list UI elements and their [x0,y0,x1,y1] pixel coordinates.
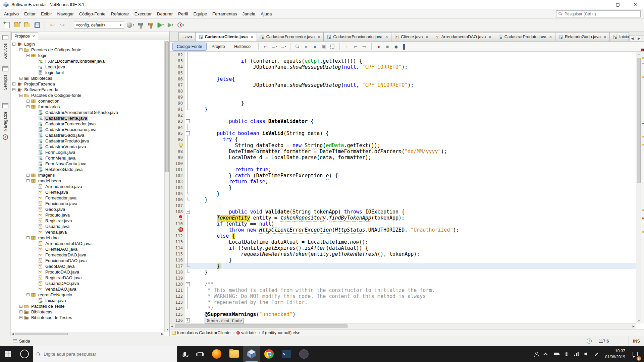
config-select[interactable]: <config. default> ▼ [74,21,124,29]
expand-icon[interactable]: + [19,305,22,308]
tree-row[interactable]: Arrendamento.java [12,184,164,189]
projects-horizontal-scrollbar[interactable]: ◀ ▶ [11,332,164,336]
menu-item-refatorar[interactable]: Refatorar [108,10,132,18]
editor-tab-arrendamentodao-java[interactable]: ArrendamentoDAO.java✕ [432,32,495,41]
tree-item-label[interactable]: FuncionarioDAO.java [44,258,88,263]
tree-row[interactable]: FuncionarioDAO.java [12,258,164,263]
tree-item-label[interactable]: Arrendamento.java [44,184,83,189]
tree-row[interactable]: Fornecedor.java [12,195,164,201]
quick-search-input[interactable] [564,11,638,17]
expand-icon[interactable]: + [19,316,22,319]
process-indicator[interactable]: 1 [583,336,595,346]
tree-row[interactable]: RelatorioGado.java [12,167,164,172]
warning-mark[interactable] [642,76,644,78]
profile-button[interactable]: ▾ [176,20,186,30]
tree-item-label[interactable]: CadastrarProduto.java [44,138,90,143]
tree-row[interactable]: Cliente.java [12,189,164,195]
tree-item-label[interactable]: model.bean [37,178,62,183]
collapse-icon[interactable]: − [12,88,15,91]
open-project-button[interactable] [22,20,32,30]
error-mark[interactable] [642,123,644,124]
expand-icon[interactable]: + [12,82,15,85]
tree-row[interactable]: CadastrarFornecedor.java [12,121,164,127]
tree-row[interactable]: CadastrarGado.java [12,132,164,138]
new-project-button[interactable] [12,20,22,30]
expand-icon[interactable]: + [26,100,30,103]
tree-item-label[interactable]: Pacotes de Códigos-fonte [30,47,83,52]
expand-icon[interactable]: + [26,174,30,177]
tree-item-label[interactable]: login.fxml [44,70,65,75]
taskbar-app-netbeans[interactable] [243,346,260,362]
editor-tab-iniciar-j[interactable]: Iniciar.j... [609,32,629,41]
tree-row[interactable]: −model.bean [12,178,164,184]
tree-item-label[interactable]: ClienteDAO.java [44,247,78,252]
back-button[interactable]: ←▾ [270,43,278,51]
previous-occurrence-button[interactable]: « [302,43,310,51]
breadcrumb-item-validate[interactable]: validate [236,330,256,335]
taskbar-app-firefox[interactable] [208,346,225,362]
tree-row[interactable]: +imagens [12,172,164,178]
tree-item-label[interactable]: Login.java [44,64,66,69]
tree-item-label[interactable]: GadoDAO.java [44,264,75,269]
close-icon[interactable]: ✕ [32,34,35,39]
undo-button[interactable]: ↩ [47,20,57,30]
quick-search[interactable] [556,10,641,17]
shift-right-button[interactable]: ⇒ [360,43,368,51]
taskbar-app-explorer[interactable] [225,346,243,362]
editor-tab-cadastrarproduto-java[interactable]: CadastrarProduto.java✕ [495,32,555,41]
tree-row[interactable]: login.fxml [12,70,164,75]
next-occurrence-button[interactable]: » [311,43,319,51]
tree-item-label[interactable]: login [37,53,48,58]
tree-item-label[interactable]: Pacotes de Teste [30,304,66,309]
redo-button[interactable]: ↪ [57,20,67,30]
tree-item-label[interactable]: CadastrarCliente.java [44,116,88,121]
close-icon[interactable]: ✕ [603,35,606,39]
tree-row[interactable]: Produto.java [12,212,164,218]
fold-expand-icon[interactable] [185,317,191,323]
tree-item-label[interactable]: Bibliotecas [30,76,53,81]
tree-item-label[interactable]: connection [37,99,60,104]
menu-item-janela[interactable]: Janela [240,10,258,18]
tree-item-label[interactable]: Login [23,42,36,47]
output-panel-button[interactable]: Saída [0,339,30,344]
tree-row[interactable]: CadastrarProduto.java [12,138,164,144]
toggle-highlight-button[interactable]: ▣ [320,43,328,51]
record-macro-button[interactable]: ● [375,43,383,51]
warning-mark[interactable] [642,63,644,64]
collapse-icon[interactable]: − [26,105,30,108]
collapse-icon[interactable]: − [26,293,30,296]
collapse-icon[interactable]: − [19,48,22,51]
fold-collapse-icon[interactable] [185,209,191,215]
tree-row[interactable]: −SoftwareFazenda [12,87,164,93]
menu-item-depurar[interactable]: Depurar [154,10,175,18]
tree-item-label[interactable]: ProjetoFazenda [23,81,56,86]
tree-row[interactable]: ProdutoDAO.java [12,269,164,275]
tree-item-label[interactable]: FormLogin.java [44,150,76,155]
signal-button[interactable] [572,346,582,362]
tree-row[interactable]: +Bibliotecas [12,75,164,81]
editor-tab-ava[interactable]: ...ava [178,32,196,41]
tree-row[interactable]: FXMLDocumentController.java [12,58,164,64]
tree-row[interactable]: CadastrarArrendamentoDePasto.java [12,110,164,115]
tree-row[interactable]: CadastrarCliente.java [12,115,164,121]
tree-item-label[interactable]: CadastrarFuncionario.java [44,127,97,132]
tree-row[interactable]: −Pacotes de Códigos-fonte [12,93,164,98]
warning-mark[interactable] [642,231,644,233]
taskbar-app-chrome[interactable] [260,346,278,362]
tree-item-label[interactable]: Bibliotecas de Testes [30,315,73,320]
tree-row[interactable]: −regrasDeNegocio [12,292,164,298]
sidebar-tab-arquivos[interactable]: Arquivos [0,32,10,63]
tree-row[interactable]: RegistrarDAO.java [12,275,164,281]
menu-item-executar[interactable]: Executar [132,10,154,18]
tree-item-label[interactable]: CadastrarGado.java [44,133,85,138]
tree-item-label[interactable]: Fornecedor.java [44,195,77,200]
editor-tab-cadastrarfornecedor-java[interactable]: CadastrarFornecedor.java✕ [257,32,324,41]
breadcrumb-item-if-entity-null-else[interactable]: if (entity == null) else [262,330,300,335]
notification-center-button[interactable]: 5 [629,346,641,362]
tree-item-label[interactable]: UsuarioDAO.java [44,281,80,286]
editor-tab-cadastrarcliente-java[interactable]: CadastrarCliente.java✕ [195,32,257,41]
tree-row[interactable]: Gado.java [12,206,164,212]
sidebar-tab-servicos[interactable]: Serviços [0,63,10,94]
close-icon[interactable]: ✕ [317,35,320,39]
collapse-icon[interactable]: − [26,236,30,239]
